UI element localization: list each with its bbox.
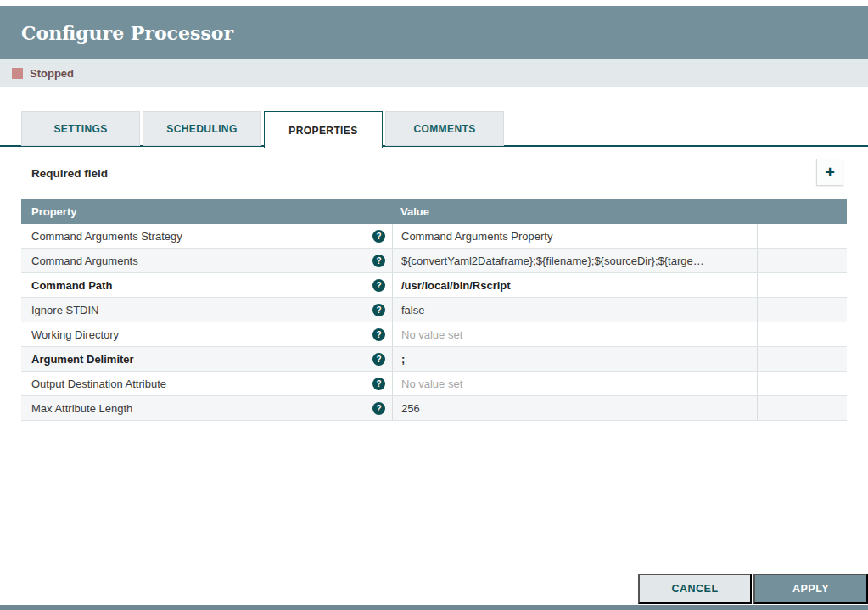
configure-processor-dialog: Configure Processor Stopped SETTINGS SCH… xyxy=(0,0,868,610)
property-value[interactable]: ; xyxy=(392,347,757,371)
apply-button[interactable]: APPLY xyxy=(753,574,868,604)
property-value[interactable]: /usr/local/bin/Rscript xyxy=(392,273,757,297)
stopped-status-icon xyxy=(12,68,23,79)
help-icon[interactable]: ? xyxy=(372,353,385,366)
table-row[interactable]: Ignore STDIN ? false xyxy=(21,298,847,322)
property-value[interactable]: 256 xyxy=(392,396,757,420)
tab-scheduling[interactable]: SCHEDULING xyxy=(143,111,261,146)
help-icon[interactable]: ? xyxy=(372,279,385,292)
property-value[interactable]: No value set xyxy=(392,372,757,395)
help-icon[interactable]: ? xyxy=(372,328,385,341)
status-bar: Stopped xyxy=(0,59,868,87)
tab-settings[interactable]: SETTINGS xyxy=(21,111,140,146)
column-header-value: Value xyxy=(392,199,757,224)
table-row[interactable]: Command Arguments Strategy ? Command Arg… xyxy=(21,224,847,249)
property-name: Command Path xyxy=(31,279,372,292)
row-extra-cell xyxy=(757,273,847,297)
dialog-bottom-edge xyxy=(0,605,868,610)
table-row[interactable]: Output Destination Attribute ? No value … xyxy=(21,372,847,396)
table-row[interactable]: Command Path ? /usr/local/bin/Rscript xyxy=(21,273,847,298)
dialog-title: Configure Processor xyxy=(21,22,233,44)
dialog-header: Configure Processor xyxy=(0,6,868,59)
property-value[interactable]: Command Arguments Property xyxy=(392,224,757,248)
row-extra-cell xyxy=(757,298,847,322)
row-extra-cell xyxy=(757,347,847,371)
row-extra-cell xyxy=(757,396,847,420)
property-name: Command Arguments xyxy=(31,255,372,267)
property-value[interactable]: No value set xyxy=(392,322,757,346)
property-value[interactable]: false xyxy=(392,298,757,322)
property-name: Output Destination Attribute xyxy=(31,378,372,390)
row-extra-cell xyxy=(757,372,847,395)
cancel-button[interactable]: CANCEL xyxy=(638,574,752,604)
add-property-button[interactable]: + xyxy=(816,159,843,186)
row-extra-cell xyxy=(757,322,847,346)
help-icon[interactable]: ? xyxy=(372,255,385,267)
table-row[interactable]: Argument Delimiter ? ; xyxy=(21,347,847,372)
table-row[interactable]: Working Directory ? No value set xyxy=(21,322,847,347)
required-field-legend: Required field xyxy=(31,167,108,180)
table-header-row: Property Value xyxy=(21,199,847,224)
help-icon[interactable]: ? xyxy=(372,304,385,316)
tab-properties[interactable]: PROPERTIES xyxy=(264,111,383,148)
help-icon[interactable]: ? xyxy=(372,378,385,390)
properties-table: Property Value Command Arguments Strateg… xyxy=(21,199,847,421)
column-header-extra xyxy=(757,199,847,224)
status-badge: Stopped xyxy=(30,67,74,80)
property-name: Max Attribute Length xyxy=(31,402,372,415)
property-name: Command Arguments Strategy xyxy=(31,230,372,243)
property-name: Ignore STDIN xyxy=(31,304,372,316)
row-extra-cell xyxy=(757,249,847,272)
table-row[interactable]: Command Arguments ? ${convertYaml2Datafr… xyxy=(21,249,847,273)
help-icon[interactable]: ? xyxy=(372,230,385,243)
row-extra-cell xyxy=(757,224,847,248)
tab-comments[interactable]: COMMENTS xyxy=(385,111,504,146)
table-row[interactable]: Max Attribute Length ? 256 xyxy=(21,396,847,421)
property-name: Argument Delimiter xyxy=(31,353,372,366)
plus-icon: + xyxy=(825,163,835,182)
property-name: Working Directory xyxy=(31,328,372,341)
help-icon[interactable]: ? xyxy=(372,402,385,415)
column-header-property: Property xyxy=(21,199,392,224)
property-value[interactable]: ${convertYaml2Dataframe};${filename};${s… xyxy=(392,249,757,272)
